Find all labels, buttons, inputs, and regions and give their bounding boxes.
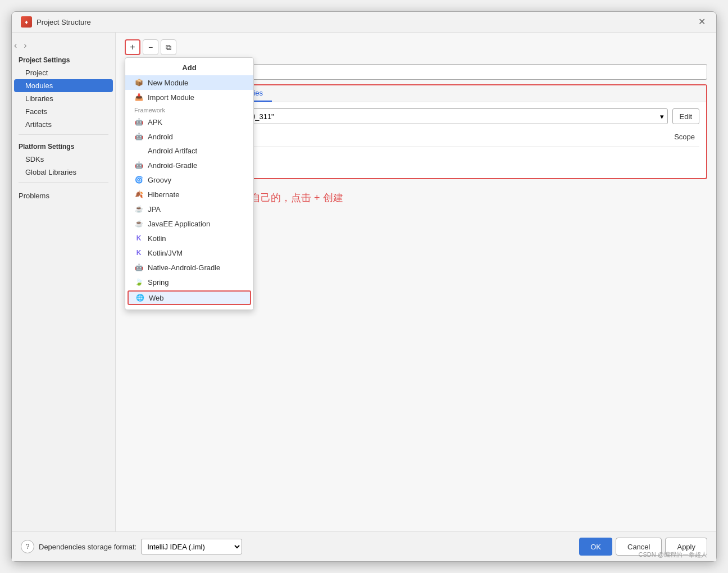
dropdown-item-kotlin[interactable]: K Kotlin <box>125 231 253 245</box>
spring-icon: 🍃 <box>134 278 143 286</box>
back-button[interactable]: ‹ <box>12 39 19 52</box>
framework-section-title: Framework <box>125 104 253 115</box>
sdk-dropdown-arrow: ▾ <box>660 112 664 121</box>
kotlin-jvm-icon: K <box>134 248 143 257</box>
platform-settings-title: Platform Settings <box>12 140 115 153</box>
dropdown-item-javaee[interactable]: ☕ JavaEE Application <box>125 216 253 231</box>
sidebar-item-global-libraries[interactable]: Global Libraries <box>12 166 115 179</box>
project-settings-title: Project Settings <box>12 54 115 66</box>
import-module-icon: 📥 <box>134 93 143 102</box>
sidebar-item-project[interactable]: Project <box>12 66 115 79</box>
close-button[interactable]: ✕ <box>698 17 707 26</box>
scope-header: Scope <box>674 133 699 141</box>
storage-select[interactable]: IntelliJ IDEA (.iml) <box>141 539 242 554</box>
watermark: CSDN @编程的一拳超人 <box>639 551 707 559</box>
dropdown-item-spring[interactable]: 🍃 Spring <box>125 275 253 289</box>
sidebar-item-artifacts[interactable]: Artifacts <box>12 118 115 131</box>
storage-row: Dependencies storage format: IntelliJ ID… <box>39 539 242 554</box>
kotlin-icon: K <box>134 234 143 243</box>
dropdown-item-android-artifact[interactable]: Android Artifact <box>125 144 253 158</box>
android-gradle-icon: 🤖 <box>134 161 143 170</box>
forward-button[interactable]: › <box>21 39 29 52</box>
ok-button[interactable]: OK <box>579 538 612 556</box>
hibernate-icon: 🍂 <box>134 190 143 199</box>
toolbar-row: + − ⧉ Add 📦 New Module 📥 Import Module <box>125 39 707 55</box>
sidebar-item-facets[interactable]: Facets <box>12 105 115 118</box>
dropdown-item-web[interactable]: 🌐 Web <box>128 290 251 305</box>
android-icon: 🤖 <box>134 132 143 141</box>
sidebar-item-problems[interactable]: Problems <box>12 188 115 202</box>
dropdown-title: Add <box>125 61 253 75</box>
groovy-icon: 🌀 <box>134 175 143 184</box>
title-bar: ♦ Project Structure ✕ <box>12 12 716 33</box>
app-icon: ♦ <box>21 16 32 28</box>
edit-button[interactable]: Edit <box>672 108 699 124</box>
native-android-icon: 🤖 <box>134 263 143 272</box>
dropdown-item-android-gradle[interactable]: 🤖 Android-Gradle <box>125 158 253 172</box>
add-button[interactable]: + <box>125 39 140 55</box>
sidebar-item-modules[interactable]: Modules <box>14 79 113 92</box>
sidebar-item-libraries[interactable]: Libraries <box>12 92 115 105</box>
help-button[interactable]: ? <box>21 540 34 553</box>
dropdown-item-native-android[interactable]: 🤖 Native-Android-Gradle <box>125 260 253 275</box>
web-icon: 🌐 <box>135 293 144 302</box>
sidebar-divider-2 <box>19 182 108 183</box>
dropdown-import-module[interactable]: 📥 Import Module <box>125 90 253 104</box>
title-bar-left: ♦ Project Structure <box>21 16 91 28</box>
sidebar: ‹ › Project Settings Project Modules Lib… <box>12 33 116 531</box>
main-content: ‹ › Project Settings Project Modules Lib… <box>12 33 716 531</box>
new-module-icon: 📦 <box>134 78 143 87</box>
storage-label: Dependencies storage format: <box>39 543 136 551</box>
sidebar-divider <box>19 134 108 135</box>
apk-icon: 🤖 <box>134 117 143 126</box>
dropdown-new-module[interactable]: 📦 New Module <box>125 75 253 90</box>
right-panel: + − ⧉ Add 📦 New Module 📥 Import Module <box>116 33 716 531</box>
dialog-title: Project Structure <box>37 18 91 26</box>
dropdown-item-hibernate[interactable]: 🍂 Hibernate <box>125 187 253 202</box>
dropdown-item-kotlin-jvm[interactable]: K Kotlin/JVM <box>125 245 253 260</box>
jpa-icon: ☕ <box>134 204 143 213</box>
remove-button[interactable]: − <box>143 39 158 55</box>
dropdown-item-android[interactable]: 🤖 Android <box>125 129 253 144</box>
dropdown-item-jpa[interactable]: ☕ JPA <box>125 202 253 216</box>
bottom-bar: ? Dependencies storage format: IntelliJ … <box>12 531 716 561</box>
javaee-icon: ☕ <box>134 219 143 228</box>
dropdown-item-groovy[interactable]: 🌀 Groovy <box>125 172 253 187</box>
bottom-left: ? Dependencies storage format: IntelliJ … <box>21 539 242 554</box>
copy-button[interactable]: ⧉ <box>161 39 176 55</box>
add-dropdown-menu: Add 📦 New Module 📥 Import Module Framewo… <box>125 57 254 310</box>
nav-buttons: ‹ › <box>12 39 111 52</box>
sidebar-item-sdks[interactable]: SDKs <box>12 153 115 166</box>
project-structure-dialog: ♦ Project Structure ✕ ‹ › Project Settin… <box>11 11 717 562</box>
dropdown-item-apk[interactable]: 🤖 APK <box>125 115 253 129</box>
